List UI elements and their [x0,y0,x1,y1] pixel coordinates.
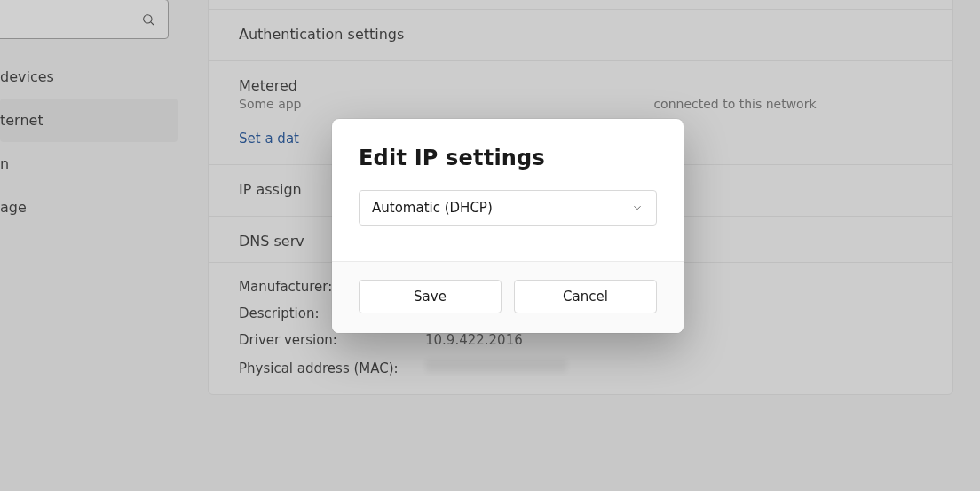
button-label: Cancel [563,289,608,305]
edit-ip-settings-dialog: Edit IP settings Automatic (DHCP) Save C… [332,119,684,333]
ip-mode-select[interactable]: Automatic (DHCP) [359,190,657,226]
dialog-title: Edit IP settings [359,146,657,170]
save-button[interactable]: Save [359,280,502,313]
select-value: Automatic (DHCP) [372,200,493,216]
cancel-button[interactable]: Cancel [514,280,657,313]
chevron-down-icon [631,202,644,214]
button-label: Save [414,289,447,305]
